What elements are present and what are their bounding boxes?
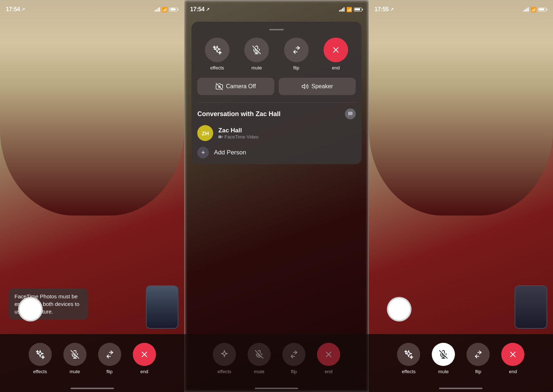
end-icon-right (508, 350, 518, 359)
mid-effects-btn[interactable]: effects (213, 343, 236, 374)
end-icon-left (140, 350, 149, 359)
shutter-button-left[interactable] (18, 297, 43, 321)
pip-thumbnail-left[interactable] (146, 285, 178, 329)
end-label-left: end (140, 369, 148, 374)
camera-off-icon (216, 83, 223, 90)
sheet-conversation-title: Conversation with Zac Hall (197, 110, 280, 118)
location-icon-left: ↗ (21, 7, 25, 12)
mute-button-right[interactable]: mute (432, 343, 455, 374)
face-background-left (0, 0, 184, 392)
sheet-section-title-row: Conversation with Zac Hall (197, 108, 355, 119)
effects-label-left: effects (33, 369, 47, 374)
status-bar-left: 17:54 ↗ 📶 (0, 0, 184, 16)
mute-label-right: mute (438, 369, 449, 374)
screen-right: 17:55 ↗ 📶 (369, 0, 553, 392)
controls-bar-right: effects mute (369, 334, 553, 392)
sheet-end-icon (331, 45, 341, 55)
svg-marker-13 (221, 136, 223, 137)
status-bar-middle: 17:54 ↗ 📶 (184, 0, 368, 16)
end-label-right: end (509, 369, 517, 374)
mute-circle-left (63, 343, 86, 366)
status-time-left: 17:54 (6, 6, 20, 13)
battery-icon-right (538, 8, 547, 12)
status-time-right: 17:55 (375, 6, 389, 13)
sheet-end-button[interactable]: end (324, 38, 348, 71)
mid-end-btn[interactable]: end (317, 343, 340, 374)
mid-flip-btn[interactable]: flip (282, 343, 305, 374)
sheet-handle (269, 29, 284, 30)
screen-left: 17:54 ↗ 📶 FaceTime Photos must be enable… (0, 0, 184, 392)
sheet-end-circle (324, 38, 348, 62)
pip-thumbnail-right[interactable] (515, 285, 547, 329)
effects-circle-left (29, 343, 52, 366)
chat-bubble-icon (347, 111, 353, 117)
flip-button-left[interactable]: flip (98, 343, 121, 374)
add-person-label: Add Person (214, 149, 246, 156)
sheet-divider (197, 102, 355, 103)
sheet-mute-circle (244, 38, 269, 62)
battery-icon-middle (354, 8, 363, 12)
signal-bars-right (523, 7, 529, 12)
sheet-mute-label: mute (252, 65, 262, 71)
status-time-middle: 17:54 (190, 6, 204, 13)
mute-circle-right (432, 343, 455, 366)
mid-mute-label: mute (254, 369, 265, 374)
contact-name: Zac Hall (218, 127, 258, 134)
battery-icon-left (169, 8, 178, 12)
end-circle-right (501, 343, 524, 366)
effects-circle-right (397, 343, 420, 366)
status-icons-middle: 📶 (339, 7, 363, 12)
svg-marker-12 (302, 84, 305, 89)
sheet-flip-icon (292, 45, 301, 55)
camera-off-label: Camera Off (226, 83, 256, 90)
effects-button-right[interactable]: effects (397, 343, 420, 374)
sheet-flip-button[interactable]: flip (284, 38, 309, 71)
pip-inner-right (515, 286, 546, 328)
facetime-video-icon (218, 135, 223, 139)
speaker-label: Speaker (312, 83, 333, 90)
mid-end-circle (317, 343, 340, 366)
effects-button-left[interactable]: effects (29, 343, 52, 374)
mute-button-left[interactable]: mute (63, 343, 86, 374)
mid-effects-icon (220, 350, 229, 359)
sheet-buttons-row: effects mute (197, 38, 355, 71)
add-person-row[interactable]: + Add Person (197, 147, 355, 158)
home-indicator-right (439, 388, 482, 389)
sheet-mute-button[interactable]: mute (244, 38, 269, 71)
flip-button-right[interactable]: flip (467, 343, 490, 374)
control-buttons-right: effects mute (397, 343, 524, 374)
sheet-effects-button[interactable]: effects (205, 38, 229, 71)
mid-flip-icon (289, 350, 299, 359)
sheet-overlay: effects mute (191, 22, 361, 164)
end-circle-left (133, 343, 156, 366)
flip-icon-left (105, 350, 114, 359)
message-icon[interactable] (345, 108, 356, 119)
end-button-left[interactable]: end (133, 343, 156, 374)
sheet-effects-label: effects (210, 65, 224, 71)
signal-bars-left (155, 7, 160, 12)
screen-middle: 17:54 ↗ 📶 (184, 0, 368, 392)
effects-label-right: effects (402, 369, 415, 374)
face-background-right (369, 0, 553, 392)
effects-icon-right (404, 350, 413, 359)
shutter-button-right[interactable] (387, 297, 411, 321)
end-button-right[interactable]: end (501, 343, 524, 374)
mid-mute-btn[interactable]: mute (248, 343, 271, 374)
wifi-icon-left: 📶 (162, 7, 168, 12)
sheet-camera-off-button[interactable]: Camera Off (197, 78, 274, 95)
sheet-speaker-button[interactable]: Speaker (279, 78, 356, 95)
mid-effects-circle (213, 343, 236, 366)
mid-flip-label: flip (291, 369, 297, 374)
effects-icon-left (35, 350, 45, 359)
svg-line-10 (216, 83, 223, 90)
sheet-flip-circle (284, 38, 309, 62)
status-icons-left: 📶 (155, 7, 178, 12)
pip-inner-left (147, 286, 178, 328)
sheet-effects-circle (205, 38, 229, 62)
home-indicator-left (71, 388, 114, 389)
mute-icon-left (70, 350, 80, 359)
control-buttons-left: effects mute (29, 343, 156, 374)
flip-label-right: flip (475, 369, 481, 374)
mute-label-left: mute (69, 369, 80, 374)
mid-mute-circle (248, 343, 271, 366)
